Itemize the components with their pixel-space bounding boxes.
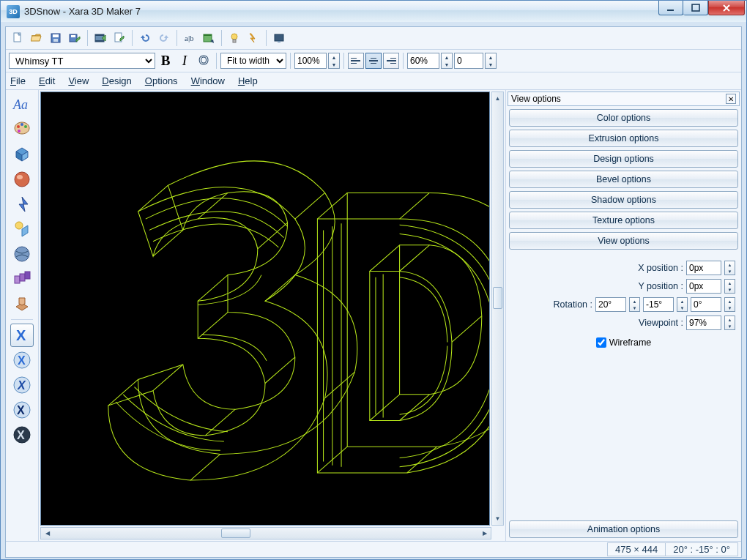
svg-text:X: X xyxy=(17,379,26,392)
outline-button[interactable]: O xyxy=(195,52,212,70)
view-preset-3-icon[interactable]: X xyxy=(10,398,34,422)
svg-rect-30 xyxy=(25,272,30,279)
rotation-x-input[interactable] xyxy=(595,297,626,312)
font-select[interactable]: Whimsy TT xyxy=(9,53,155,69)
wireframe-checkbox[interactable] xyxy=(596,337,606,348)
status-bar: 475 × 444 20° : -15° : 0° xyxy=(6,541,741,557)
svg-rect-10 xyxy=(95,40,104,42)
spacing-stepper[interactable]: ▲▼ xyxy=(485,53,497,69)
open-button[interactable] xyxy=(28,29,45,47)
xpos-input[interactable] xyxy=(686,261,721,275)
align-center-button[interactable] xyxy=(365,53,382,69)
shadow-tool-icon[interactable] xyxy=(10,193,34,216)
rotation-y-input[interactable] xyxy=(643,297,674,312)
viewpoint-input[interactable] xyxy=(686,316,721,330)
bold-button[interactable]: B xyxy=(157,52,174,70)
svg-rect-9 xyxy=(95,34,104,36)
svg-text:X: X xyxy=(16,327,26,343)
spacing-input[interactable] xyxy=(454,53,483,69)
lights-tool-icon[interactable] xyxy=(10,217,34,241)
menu-view[interactable]: View xyxy=(68,75,89,86)
xpos-stepper[interactable]: ▲▼ xyxy=(724,261,735,275)
accordion-design[interactable]: Design options xyxy=(509,150,738,168)
accordion-view[interactable]: View options xyxy=(509,232,738,250)
status-dimensions: 475 × 444 xyxy=(607,542,666,556)
accordion-texture[interactable]: Texture options xyxy=(509,212,738,229)
svg-rect-28 xyxy=(15,276,20,283)
options-panel-close-button[interactable]: ✕ xyxy=(726,94,736,104)
svg-rect-5 xyxy=(53,39,58,42)
align-left-button[interactable] xyxy=(348,53,364,69)
horizontal-scrollbar[interactable]: ◀ ▶ xyxy=(40,527,491,540)
rotation-z-stepper[interactable]: ▲▼ xyxy=(724,297,735,312)
viewpoint-stepper[interactable]: ▲▼ xyxy=(724,316,735,330)
rotation-z-input[interactable] xyxy=(691,297,721,312)
vertical-scrollbar[interactable]: ▲ ▼ xyxy=(491,92,504,526)
bevel-tool-icon[interactable] xyxy=(10,168,34,191)
accordion-shadow[interactable]: Shadow options xyxy=(509,191,738,209)
app-icon: 3D xyxy=(7,5,20,18)
window-minimize-button[interactable] xyxy=(658,1,683,15)
wireframe-label: Wireframe xyxy=(609,337,652,348)
menu-help[interactable]: Help xyxy=(238,75,258,86)
window-close-button[interactable] xyxy=(708,1,745,15)
align-right-button[interactable] xyxy=(383,53,399,69)
rotation-y-stepper[interactable]: ▲▼ xyxy=(677,297,688,312)
status-angles: 20° : -15° : 0° xyxy=(665,542,738,556)
text-tool-icon[interactable]: Aa xyxy=(10,93,34,116)
texture-tool-icon[interactable] xyxy=(10,242,34,266)
menu-file[interactable]: File xyxy=(10,75,26,86)
animation-tool-icon[interactable] xyxy=(10,267,34,291)
ypos-input[interactable] xyxy=(686,279,721,294)
quick-preview-button[interactable] xyxy=(245,29,262,47)
lights-button[interactable] xyxy=(226,29,243,47)
export-button[interactable] xyxy=(111,29,128,47)
undo-button[interactable] xyxy=(136,29,154,47)
display-options-button[interactable] xyxy=(270,29,288,47)
save-as-button[interactable] xyxy=(66,29,83,47)
accordion-color[interactable]: Color options xyxy=(509,109,738,127)
view-preset-4-icon[interactable]: X xyxy=(10,423,34,447)
svg-rect-14 xyxy=(204,34,212,36)
window-maximize-button[interactable] xyxy=(683,1,708,15)
options-panel-title: View options xyxy=(511,94,561,104)
view-preset-2-icon[interactable]: X xyxy=(10,373,34,397)
svg-point-21 xyxy=(21,123,23,126)
export-animation-button[interactable] xyxy=(92,29,109,47)
zoom-stepper[interactable]: ▲▼ xyxy=(328,53,340,69)
text-button[interactable]: a|b xyxy=(181,29,198,47)
menu-options[interactable]: Options xyxy=(145,75,178,86)
menu-design[interactable]: Design xyxy=(102,75,131,86)
menu-window[interactable]: Window xyxy=(191,75,225,86)
accordion-extrusion[interactable]: Extrusion options xyxy=(509,130,738,147)
svg-text:Aa: Aa xyxy=(12,97,28,112)
svg-point-20 xyxy=(17,125,20,128)
view-x-icon[interactable]: X xyxy=(10,324,34,347)
view-preset-1-icon[interactable]: X xyxy=(10,348,34,372)
menu-edit[interactable]: Edit xyxy=(39,75,55,86)
redo-button[interactable] xyxy=(155,29,173,47)
svg-point-25 xyxy=(17,175,23,179)
color-tool-icon[interactable] xyxy=(10,118,34,141)
save-button[interactable] xyxy=(47,29,64,47)
design-tool-icon[interactable] xyxy=(10,292,34,316)
extrude-tool-icon[interactable] xyxy=(10,143,34,166)
rotation-x-stepper[interactable]: ▲▼ xyxy=(629,297,640,312)
size-input[interactable] xyxy=(407,53,439,69)
size-stepper[interactable]: ▲▼ xyxy=(441,53,453,69)
ypos-label: Y position : xyxy=(638,281,683,291)
svg-rect-1 xyxy=(692,4,699,11)
italic-button[interactable]: I xyxy=(176,52,193,70)
fit-select[interactable]: Fit to width xyxy=(220,53,286,69)
accordion-animation[interactable]: Animation options xyxy=(509,520,738,538)
svg-rect-0 xyxy=(667,10,674,11)
accordion-bevel[interactable]: Bevel options xyxy=(509,171,738,188)
animation-picker-button[interactable] xyxy=(200,29,218,47)
new-button[interactable] xyxy=(9,29,26,47)
svg-text:a|b: a|b xyxy=(185,34,194,42)
svg-point-24 xyxy=(15,172,29,187)
options-panel-header: View options ✕ xyxy=(508,92,740,106)
zoom-input[interactable] xyxy=(294,53,327,69)
canvas-3d-preview[interactable] xyxy=(40,92,490,526)
ypos-stepper[interactable]: ▲▼ xyxy=(724,279,735,294)
